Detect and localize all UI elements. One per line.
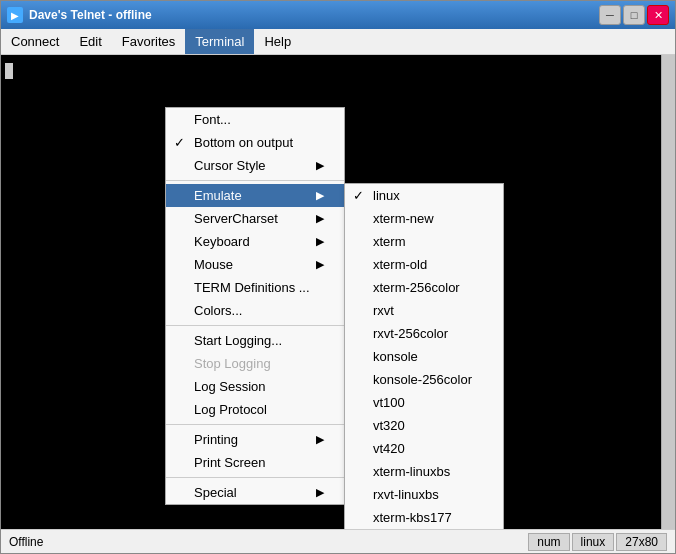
emulate-rxvt-256color[interactable]: rxvt-256color <box>345 322 503 345</box>
emulate-xterm[interactable]: xterm <box>345 230 503 253</box>
menu-log-protocol[interactable]: Log Protocol <box>166 398 344 421</box>
menu-help[interactable]: Help <box>254 29 301 54</box>
emulate-rxvt-linuxbs[interactable]: rxvt-linuxbs <box>345 483 503 506</box>
menu-bar: Connect Edit Favorites Terminal Help <box>1 29 675 55</box>
menu-font[interactable]: Font... <box>166 108 344 131</box>
emulate-konsole[interactable]: konsole <box>345 345 503 368</box>
window-title: Dave's Telnet - offline <box>29 8 593 22</box>
maximize-button[interactable]: □ <box>623 5 645 25</box>
menu-print-screen[interactable]: Print Screen <box>166 451 344 474</box>
linux-check-icon: ✓ <box>353 188 364 203</box>
menu-term-definitions[interactable]: TERM Definitions ... <box>166 276 344 299</box>
check-icon: ✓ <box>174 135 185 150</box>
menu-colors[interactable]: Colors... <box>166 299 344 322</box>
submenu-arrow-printing: ▶ <box>306 433 324 446</box>
status-badges: num linux 27x80 <box>528 533 667 551</box>
emulate-xterm-kbs177[interactable]: xterm-kbs177 <box>345 506 503 529</box>
menu-cursor-style[interactable]: Cursor Style ▶ <box>166 154 344 177</box>
emulate-linux[interactable]: ✓ linux <box>345 184 503 207</box>
window-controls: ─ □ ✕ <box>599 5 669 25</box>
emulate-rxvt[interactable]: rxvt <box>345 299 503 322</box>
minimize-button[interactable]: ─ <box>599 5 621 25</box>
separator-1 <box>166 180 344 181</box>
terminal-dropdown: Font... ✓ Bottom on output Cursor Style … <box>165 107 345 505</box>
emulate-xterm-linuxbs[interactable]: xterm-linuxbs <box>345 460 503 483</box>
menu-stop-logging: Stop Logging <box>166 352 344 375</box>
menu-printing[interactable]: Printing ▶ <box>166 428 344 451</box>
status-text: Offline <box>9 535 528 549</box>
terminal-content: Font... ✓ Bottom on output Cursor Style … <box>1 55 675 529</box>
emulate-xterm-256color[interactable]: xterm-256color <box>345 276 503 299</box>
submenu-arrow-sc: ▶ <box>306 212 324 225</box>
submenu-arrow-special: ▶ <box>306 486 324 499</box>
menu-keyboard[interactable]: Keyboard ▶ <box>166 230 344 253</box>
emulate-vt100[interactable]: vt100 <box>345 391 503 414</box>
menu-start-logging[interactable]: Start Logging... <box>166 329 344 352</box>
app-icon: ▶ <box>7 7 23 23</box>
emulate-konsole-256color[interactable]: konsole-256color <box>345 368 503 391</box>
close-button[interactable]: ✕ <box>647 5 669 25</box>
menu-special[interactable]: Special ▶ <box>166 481 344 504</box>
menu-bottom-on-output[interactable]: ✓ Bottom on output <box>166 131 344 154</box>
emulate-xterm-old[interactable]: xterm-old <box>345 253 503 276</box>
emulate-xterm-new[interactable]: xterm-new <box>345 207 503 230</box>
size-badge: 27x80 <box>616 533 667 551</box>
scroll-bar[interactable] <box>661 55 675 529</box>
terminal-cursor <box>5 63 13 79</box>
emulate-vt320[interactable]: vt320 <box>345 414 503 437</box>
menu-edit[interactable]: Edit <box>69 29 111 54</box>
linux-badge: linux <box>572 533 615 551</box>
menu-mouse[interactable]: Mouse ▶ <box>166 253 344 276</box>
submenu-arrow-icon: ▶ <box>306 159 324 172</box>
emulate-vt420[interactable]: vt420 <box>345 437 503 460</box>
submenu-arrow-mouse: ▶ <box>306 258 324 271</box>
title-bar: ▶ Dave's Telnet - offline ─ □ ✕ <box>1 1 675 29</box>
submenu-arrow-kb: ▶ <box>306 235 324 248</box>
status-bar: Offline num linux 27x80 <box>1 529 675 553</box>
menu-emulate[interactable]: Emulate ▶ ✓ linux xterm-new xterm xte <box>166 184 344 207</box>
menu-servercharset[interactable]: ServerCharset ▶ <box>166 207 344 230</box>
menu-favorites[interactable]: Favorites <box>112 29 185 54</box>
submenu-arrow-icon-emulate: ▶ <box>306 189 324 202</box>
menu-terminal[interactable]: Terminal <box>185 29 254 54</box>
menu-log-session[interactable]: Log Session <box>166 375 344 398</box>
num-badge: num <box>528 533 569 551</box>
emulate-submenu: ✓ linux xterm-new xterm xterm-old xterm-… <box>344 183 504 529</box>
separator-3 <box>166 424 344 425</box>
separator-4 <box>166 477 344 478</box>
menu-connect[interactable]: Connect <box>1 29 69 54</box>
separator-2 <box>166 325 344 326</box>
main-window: ▶ Dave's Telnet - offline ─ □ ✕ Connect … <box>0 0 676 554</box>
